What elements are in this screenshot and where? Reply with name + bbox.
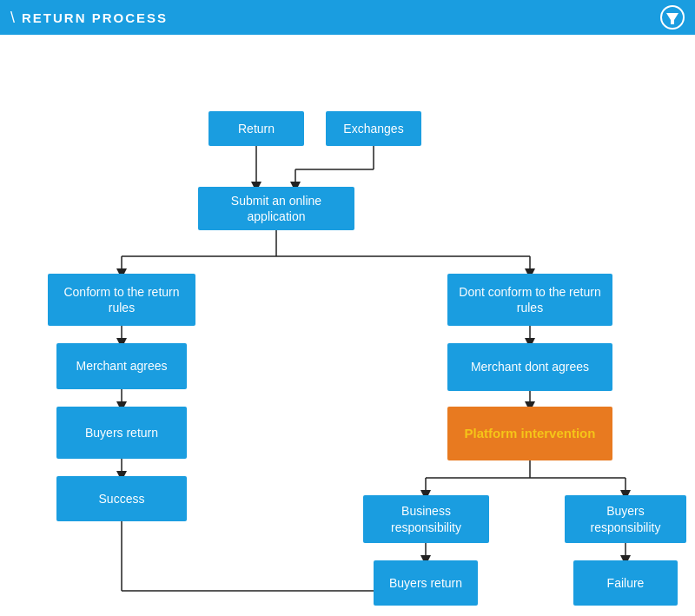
buyers-resp-box: Buyers responsibility — [565, 495, 686, 543]
exchanges-box: Exchanges — [326, 111, 421, 146]
flowchart: Return Exchanges Submit an online applic… — [0, 35, 695, 616]
dont-conform-box: Dont conform to the return rules — [447, 274, 612, 326]
return-box: Return — [208, 111, 304, 146]
buyers-return-left-box: Buyers return — [56, 407, 187, 459]
buyers-return-right-box: Buyers return — [374, 560, 478, 606]
header-slash: \ — [10, 9, 15, 27]
funnel-icon[interactable] — [660, 5, 685, 30]
svg-marker-1 — [666, 13, 678, 24]
platform-intervention-box: Platform intervention — [447, 407, 612, 460]
merchant-agrees-box: Merchant agrees — [56, 343, 187, 389]
page-title: RETURN PROCESS — [22, 10, 168, 25]
submit-box: Submit an online application — [198, 187, 354, 230]
business-resp-box: Business responsibility — [363, 495, 489, 543]
header: \ RETURN PROCESS — [0, 0, 695, 35]
success-box: Success — [56, 476, 187, 521]
failure-box: Failure — [573, 560, 678, 606]
conform-box: Conform to the return rules — [48, 274, 195, 326]
merchant-dont-box: Merchant dont agrees — [447, 343, 612, 391]
